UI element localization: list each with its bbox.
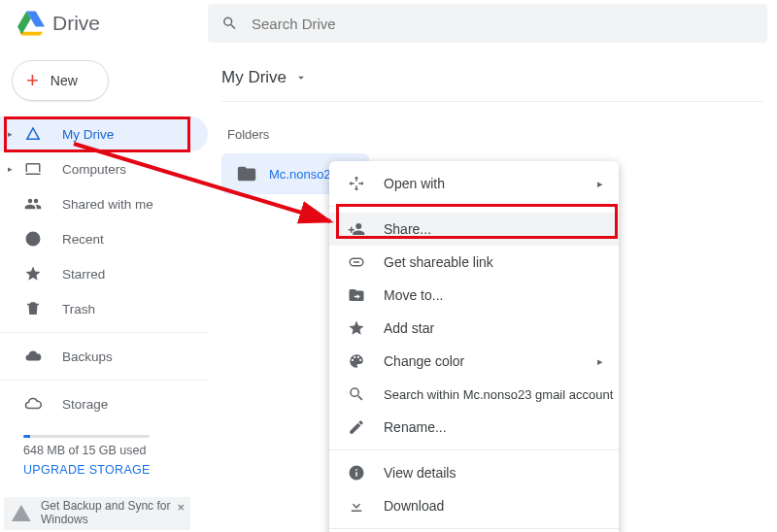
ctx-label: Get shareable link	[384, 254, 493, 270]
breadcrumb-label: My Drive	[221, 68, 287, 87]
breadcrumb[interactable]: My Drive	[221, 62, 763, 93]
info-icon	[347, 464, 366, 482]
star-icon	[23, 265, 43, 283]
trash-icon	[23, 300, 43, 317]
ctx-label: Search within Mc.nonso23 gmail account	[384, 387, 613, 402]
ctx-search-within[interactable]: Search within Mc.nonso23 gmail account	[329, 378, 619, 411]
upgrade-storage-link[interactable]: UPGRADE STORAGE	[23, 463, 208, 477]
chevron-right-icon: ▸	[597, 355, 603, 368]
divider	[329, 206, 619, 207]
search-bar[interactable]	[208, 4, 767, 43]
search-icon	[347, 385, 366, 403]
download-icon	[347, 497, 366, 515]
folder-name: Mc.nonso23	[269, 167, 338, 182]
ctx-label: Share...	[384, 221, 431, 237]
divider	[0, 332, 208, 333]
ctx-get-link[interactable]: Get shareable link	[329, 246, 619, 279]
drive-logo[interactable]: Drive	[0, 10, 208, 37]
divider	[329, 528, 619, 529]
folders-section-label: Folders	[227, 127, 763, 142]
shared-icon	[23, 195, 43, 213]
search-input[interactable]	[252, 16, 754, 32]
sidebar-item-label: Storage	[62, 397, 108, 412]
computers-icon	[23, 160, 43, 178]
palette-icon	[347, 352, 366, 370]
link-icon	[347, 253, 366, 271]
cloud-filled-icon	[23, 348, 43, 365]
ctx-rename[interactable]: Rename...	[329, 411, 619, 444]
cloud-outline-icon	[23, 395, 43, 413]
ctx-label: Add star	[384, 320, 434, 336]
ctx-label: View details	[384, 465, 456, 481]
sidebar-item-label: Computers	[62, 162, 126, 177]
person-add-icon	[347, 220, 366, 238]
folder-icon	[236, 163, 257, 184]
sidebar-item-backups[interactable]: Backups	[0, 339, 208, 374]
caret-icon: ▸	[8, 164, 16, 174]
storage-used-text: 648 MB of 15 GB used	[23, 444, 208, 457]
divider	[221, 101, 763, 102]
recent-icon	[23, 230, 43, 248]
new-button[interactable]: + New	[12, 60, 109, 101]
sidebar-item-label: Backups	[62, 349, 113, 364]
search-icon	[221, 15, 238, 32]
ctx-open-with[interactable]: Open with ▸	[329, 167, 619, 200]
sidebar-item-label: Recent	[62, 232, 104, 247]
close-icon[interactable]: ×	[177, 500, 185, 515]
ctx-label: Change color	[384, 353, 464, 369]
new-button-label: New	[51, 73, 78, 88]
storage-bar	[23, 435, 150, 438]
drive-icon	[23, 125, 43, 143]
sidebar-item-trash[interactable]: Trash	[0, 291, 208, 326]
ctx-view-details[interactable]: View details	[329, 456, 619, 489]
ctx-change-color[interactable]: Change color ▸	[329, 345, 619, 378]
ctx-move-to[interactable]: Move to...	[329, 279, 619, 312]
rename-icon	[347, 418, 366, 436]
plus-icon: +	[26, 70, 39, 91]
divider	[329, 449, 619, 450]
sidebar-item-label: Shared with me	[62, 197, 153, 212]
promo-text: Get Backup and Sync for Windows	[41, 500, 183, 527]
sidebar-item-label: My Drive	[62, 127, 114, 142]
sidebar-item-starred[interactable]: Starred	[0, 256, 208, 291]
divider	[0, 380, 208, 381]
sidebar: + New ▸ My Drive ▸ Computers Shared with…	[0, 47, 208, 477]
ctx-label: Open with	[384, 176, 445, 191]
star-icon	[347, 319, 366, 337]
ctx-label: Rename...	[384, 419, 447, 435]
ctx-label: Move to...	[384, 287, 443, 303]
storage-section: 648 MB of 15 GB used UPGRADE STORAGE	[0, 421, 208, 477]
ctx-add-star[interactable]: Add star	[329, 312, 619, 345]
drive-logo-icon	[17, 10, 45, 37]
caret-icon: ▸	[8, 129, 16, 139]
move-icon	[347, 286, 366, 304]
backup-sync-icon	[12, 505, 31, 522]
sidebar-item-label: Starred	[62, 267, 105, 282]
chevron-right-icon: ▸	[597, 178, 603, 190]
backup-sync-promo[interactable]: Get Backup and Sync for Windows ×	[4, 497, 190, 530]
sidebar-item-label: Trash	[62, 302, 95, 316]
sidebar-item-recent[interactable]: Recent	[0, 221, 208, 256]
chevron-down-icon	[294, 71, 308, 84]
sidebar-item-shared[interactable]: Shared with me	[0, 186, 208, 221]
sidebar-item-computers[interactable]: ▸ Computers	[0, 151, 208, 186]
app-name: Drive	[52, 12, 100, 35]
sidebar-item-storage[interactable]: Storage	[0, 386, 208, 421]
context-menu: Open with ▸ Share... Get shareable link …	[329, 161, 619, 532]
ctx-download[interactable]: Download	[329, 489, 619, 522]
sidebar-item-my-drive[interactable]: ▸ My Drive	[0, 116, 208, 151]
ctx-label: Download	[384, 498, 444, 514]
ctx-share[interactable]: Share...	[329, 213, 619, 246]
open-with-icon	[347, 175, 366, 192]
